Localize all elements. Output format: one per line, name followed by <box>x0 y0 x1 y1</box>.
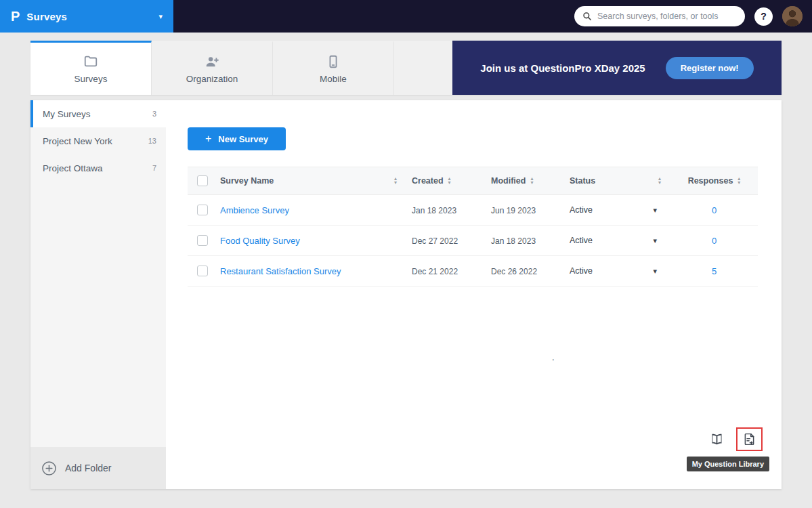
sidebar-item-label: Project New York <box>43 136 112 146</box>
created-date: Dec 21 2022 <box>412 267 458 276</box>
modified-date: Jun 19 2023 <box>491 206 536 215</box>
header-survey-name[interactable]: Survey Name ▴▾ <box>220 176 406 186</box>
add-folder-label: Add Folder <box>65 463 111 473</box>
tab-organization[interactable]: Organization <box>152 41 273 95</box>
survey-library-button[interactable] <box>708 431 725 448</box>
table-header-row: Survey Name ▴▾ Created ▴▾ Modified ▴▾ St… <box>188 167 758 195</box>
new-survey-button[interactable]: + New Survey <box>188 127 286 150</box>
surveys-content: + New Survey Survey Name ▴▾ Created ▴▾ M… <box>166 100 782 489</box>
survey-name-link[interactable]: Ambience Survey <box>220 205 289 215</box>
my-question-library-button[interactable] <box>741 431 758 448</box>
add-folder-button[interactable]: Add Folder <box>30 447 166 489</box>
tab-organization-label: Organization <box>186 74 238 84</box>
xday-banner: Join us at QuestionPro XDay 2025 Registe… <box>452 41 782 95</box>
header-responses[interactable]: Responses ▴▾ <box>670 176 758 186</box>
questionpro-logo-icon: P <box>11 9 20 23</box>
sidebar-item-label: Project Ottawa <box>43 163 103 173</box>
survey-name-link[interactable]: Restaurant Satisfaction Survey <box>220 266 341 276</box>
status-dropdown-caret-icon[interactable]: ▾ <box>653 236 670 245</box>
row-checkbox[interactable] <box>197 235 208 246</box>
product-switcher[interactable]: P Surveys ▾ <box>0 0 173 33</box>
modified-date: Dec 26 2022 <box>491 267 537 276</box>
sidebar-item-count: 7 <box>152 164 156 172</box>
header-checkbox-cell <box>188 175 220 186</box>
plus-icon: + <box>205 133 211 145</box>
add-user-icon <box>205 54 219 69</box>
tab-mobile[interactable]: Mobile <box>273 41 394 95</box>
row-checkbox[interactable] <box>197 205 208 215</box>
sort-icon[interactable]: ▴▾ <box>738 177 740 185</box>
responses-count-link[interactable]: 5 <box>712 266 717 276</box>
question-library-icon <box>742 432 756 446</box>
tab-strip-filler <box>394 41 452 95</box>
sidebar-item-count: 13 <box>148 137 156 145</box>
sidebar-item-project-new-york[interactable]: Project New York 13 <box>30 127 166 154</box>
created-date: Dec 27 2022 <box>412 236 458 246</box>
header-status[interactable]: Status ▴▾ <box>564 176 670 186</box>
row-checkbox[interactable] <box>197 266 208 276</box>
table-row: Restaurant Satisfaction Survey Dec 21 20… <box>188 256 758 287</box>
sidebar-item-my-surveys[interactable]: My Surveys 3 <box>30 100 166 127</box>
help-button[interactable]: ? <box>754 7 773 26</box>
sort-icon[interactable]: ▴▾ <box>448 177 451 185</box>
tab-strip: Surveys Organization Mobile Join us at Q… <box>30 41 782 95</box>
sort-icon[interactable]: ▴▾ <box>658 177 661 185</box>
responses-count-link[interactable]: 0 <box>712 205 717 215</box>
status-dropdown-caret-icon[interactable]: ▾ <box>653 206 670 215</box>
header-label: Created <box>412 176 444 186</box>
question-library-tooltip: My Question Library <box>687 457 769 471</box>
sidebar-item-project-ottawa[interactable]: Project Ottawa 7 <box>30 154 166 182</box>
table-row: Food Quality Survey Dec 27 2022 Jan 18 2… <box>188 226 758 256</box>
book-icon <box>710 432 724 446</box>
avatar[interactable] <box>782 6 803 26</box>
header-label: Modified <box>491 176 526 186</box>
tab-surveys[interactable]: Surveys <box>30 41 152 95</box>
status-dropdown-caret-icon[interactable]: ▾ <box>653 267 670 276</box>
table-row: Ambience Survey Jan 18 2023 Jun 19 2023 … <box>188 195 758 226</box>
sidebar-item-count: 3 <box>152 110 156 118</box>
modified-date: Jan 18 2023 <box>491 236 536 246</box>
sort-icon[interactable]: ▴▾ <box>394 177 397 185</box>
header-label: Responses <box>688 176 733 186</box>
search-icon <box>582 12 592 21</box>
register-now-button[interactable]: Register now! <box>666 57 754 79</box>
sort-icon[interactable]: ▴▾ <box>530 177 533 185</box>
select-all-checkbox[interactable] <box>197 175 208 186</box>
topbar-right: ? <box>574 6 812 26</box>
folders-sidebar: My Surveys 3 Project New York 13 Project… <box>30 100 166 489</box>
question-library-highlight: My Question Library <box>736 427 763 451</box>
new-survey-label: New Survey <box>218 134 268 144</box>
status-value: Active <box>570 205 593 215</box>
sidebar-spacer <box>30 182 166 447</box>
created-date: Jan 18 2023 <box>412 206 456 215</box>
folder-icon <box>83 54 98 69</box>
search-input[interactable] <box>597 12 737 21</box>
survey-name-link[interactable]: Food Quality Survey <box>220 236 300 246</box>
status-value: Active <box>570 236 593 245</box>
chevron-down-icon[interactable]: ▾ <box>158 12 163 21</box>
header-created[interactable]: Created ▴▾ <box>406 176 486 186</box>
main-card: My Surveys 3 Project New York 13 Project… <box>30 100 782 489</box>
tab-mobile-label: Mobile <box>320 74 347 84</box>
header-modified[interactable]: Modified ▴▾ <box>486 176 564 186</box>
app-title: Surveys <box>26 11 67 22</box>
topbar: P Surveys ▾ ? <box>0 0 812 33</box>
search-box[interactable] <box>574 6 745 26</box>
corner-tools: My Question Library <box>708 427 763 451</box>
plus-circle-icon <box>41 461 57 476</box>
header-label: Survey Name <box>220 176 274 186</box>
responses-count-link[interactable]: 0 <box>712 236 717 246</box>
sidebar-item-label: My Surveys <box>43 109 91 119</box>
surveys-table: Survey Name ▴▾ Created ▴▾ Modified ▴▾ St… <box>188 167 758 287</box>
header-label: Status <box>570 176 595 186</box>
tab-surveys-label: Surveys <box>74 74 108 84</box>
phone-icon <box>326 54 341 69</box>
stray-cursor-dot: . <box>552 352 555 362</box>
status-value: Active <box>570 266 593 276</box>
avatar-image <box>782 6 803 26</box>
banner-text: Join us at QuestionPro XDay 2025 <box>480 62 645 74</box>
